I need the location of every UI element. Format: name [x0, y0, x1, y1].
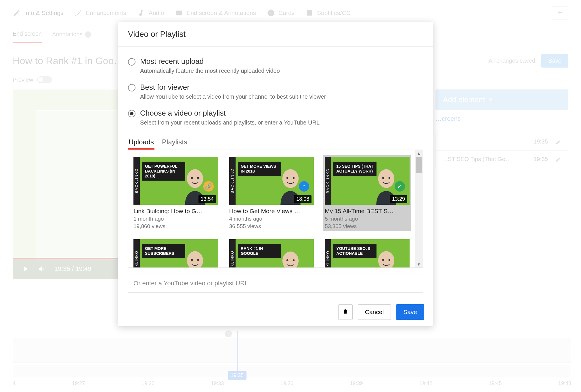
thumb-plaque-text: GET MORE SUBSCRIBERS	[142, 244, 185, 258]
option-most-recent[interactable]: Most recent upload Automatically feature…	[128, 54, 423, 80]
modal-tab-uploads[interactable]: Uploads	[128, 136, 154, 150]
option-title: Choose a video or playlist	[140, 109, 320, 118]
brand-stripe: BACKLINKO	[133, 239, 140, 267]
thumb-plaque-text: 15 SEO TIPS (THAT ACTUALLY WORK)	[333, 162, 376, 176]
video-age: 1 month ago	[133, 216, 218, 222]
video-views: 53,305 views	[325, 223, 410, 230]
modal-tabs: Uploads Playlists	[128, 136, 423, 150]
video-title: Link Building: How to G…	[133, 208, 218, 215]
thumb-plaque-text: RANK #1 IN GOOGLE	[238, 244, 281, 258]
trash-icon	[343, 308, 348, 315]
video-card[interactable]: BACKLINKOYOUTUBE SEO: 9 ACTIONABLE	[323, 238, 411, 267]
duration-badge: 18:08	[294, 195, 311, 203]
video-thumbnail: BACKLINKOGET POWERFUL BACKLINKS (IN 2018…	[133, 157, 218, 205]
scroll-down-icon[interactable]: ▼	[415, 261, 423, 267]
video-card[interactable]: BACKLINKORANK #1 IN GOOGLE	[228, 238, 316, 267]
svg-point-6	[293, 177, 295, 179]
radio-icon[interactable]	[128, 84, 135, 91]
thumb-badge-icon: ✓	[395, 181, 405, 192]
svg-point-5	[286, 177, 288, 179]
svg-point-1	[187, 169, 203, 188]
svg-point-10	[187, 251, 203, 267]
duration-badge: 13:54	[198, 195, 216, 203]
svg-point-4	[282, 169, 299, 188]
option-title: Most recent upload	[140, 57, 280, 66]
option-subtitle: Automatically feature the most recently …	[140, 68, 280, 74]
svg-point-8	[382, 177, 384, 179]
video-title: How to Get More Views …	[229, 208, 314, 215]
video-card[interactable]: BACKLINKOGET MORE SUBSCRIBERS	[132, 238, 220, 267]
person-illustration	[179, 249, 211, 267]
option-subtitle: Allow YouTube to select a video from you…	[140, 93, 326, 100]
modal-tab-playlists[interactable]: Playlists	[161, 136, 188, 150]
url-input[interactable]	[128, 274, 423, 292]
svg-point-17	[382, 259, 384, 261]
video-card[interactable]: BACKLINKOGET MORE VIEWS IN 2018↑18:08How…	[228, 155, 316, 231]
option-subtitle: Select from your recent uploads and play…	[140, 119, 320, 126]
brand-stripe: BACKLINKO	[325, 239, 331, 267]
brand-stripe: BACKLINKO	[133, 157, 140, 205]
option-title: Best for viewer	[140, 83, 326, 92]
video-thumbnail: BACKLINKOYOUTUBE SEO: 9 ACTIONABLE	[325, 239, 410, 267]
url-input-row	[128, 274, 423, 292]
svg-point-18	[389, 259, 391, 261]
svg-point-16	[378, 251, 394, 267]
video-age: 4 months ago	[229, 216, 314, 222]
modal-title: Video or Playlist	[118, 22, 433, 47]
cancel-button[interactable]: Cancel	[358, 304, 391, 320]
brand-stripe: BACKLINKO	[229, 239, 236, 267]
thumb-plaque-text: GET MORE VIEWS IN 2018	[238, 162, 281, 176]
scrollbar[interactable]: ▲ ▼	[415, 150, 423, 267]
video-playlist-modal: Video or Playlist Most recent upload Aut…	[118, 22, 433, 326]
svg-point-11	[191, 259, 193, 261]
svg-point-15	[293, 259, 295, 261]
video-grid-container: BACKLINKOGET POWERFUL BACKLINKS (IN 2018…	[128, 150, 423, 268]
video-views: 19,860 views	[133, 223, 218, 230]
video-grid[interactable]: BACKLINKOGET POWERFUL BACKLINKS (IN 2018…	[128, 150, 414, 267]
video-card[interactable]: BACKLINKO15 SEO TIPS (THAT ACTUALLY WORK…	[323, 155, 411, 231]
option-best-for-viewer[interactable]: Best for viewer Allow YouTube to select …	[128, 80, 423, 106]
svg-point-12	[197, 259, 199, 261]
save-button[interactable]: Save	[396, 304, 424, 320]
video-thumbnail: BACKLINKOGET MORE VIEWS IN 2018↑18:08	[229, 157, 314, 205]
radio-icon[interactable]	[128, 58, 135, 66]
scroll-up-icon[interactable]: ▲	[415, 150, 423, 156]
duration-badge: 13:29	[390, 195, 407, 203]
video-age: 5 months ago	[325, 216, 410, 222]
video-views: 36,555 views	[229, 223, 314, 230]
scroll-thumb[interactable]	[416, 157, 422, 173]
svg-point-9	[389, 177, 391, 179]
thumb-badge-icon: ↑	[299, 181, 309, 192]
delete-button[interactable]	[338, 304, 353, 320]
person-illustration	[370, 249, 402, 267]
option-choose-video[interactable]: Choose a video or playlist Select from y…	[128, 106, 423, 132]
video-thumbnail: BACKLINKO15 SEO TIPS (THAT ACTUALLY WORK…	[325, 157, 410, 205]
video-card[interactable]: BACKLINKOGET POWERFUL BACKLINKS (IN 2018…	[132, 155, 220, 231]
svg-point-2	[191, 177, 193, 179]
svg-point-14	[286, 259, 288, 261]
radio-icon[interactable]	[128, 110, 135, 117]
svg-point-3	[197, 177, 199, 179]
thumb-badge-icon: 🔗	[203, 181, 214, 192]
video-thumbnail: BACKLINKOGET MORE SUBSCRIBERS	[133, 239, 218, 267]
thumb-plaque-text: YOUTUBE SEO: 9 ACTIONABLE	[333, 244, 376, 258]
svg-point-13	[282, 251, 299, 267]
thumb-plaque-text: GET POWERFUL BACKLINKS (IN 2018)	[142, 162, 185, 181]
svg-point-7	[378, 169, 394, 188]
brand-stripe: BACKLINKO	[325, 157, 331, 205]
modal-footer: Cancel Save	[118, 298, 433, 326]
video-thumbnail: BACKLINKORANK #1 IN GOOGLE	[229, 239, 314, 267]
video-title: My 15 All-Time BEST S…	[325, 208, 410, 215]
brand-stripe: BACKLINKO	[229, 157, 236, 205]
person-illustration	[275, 250, 306, 268]
